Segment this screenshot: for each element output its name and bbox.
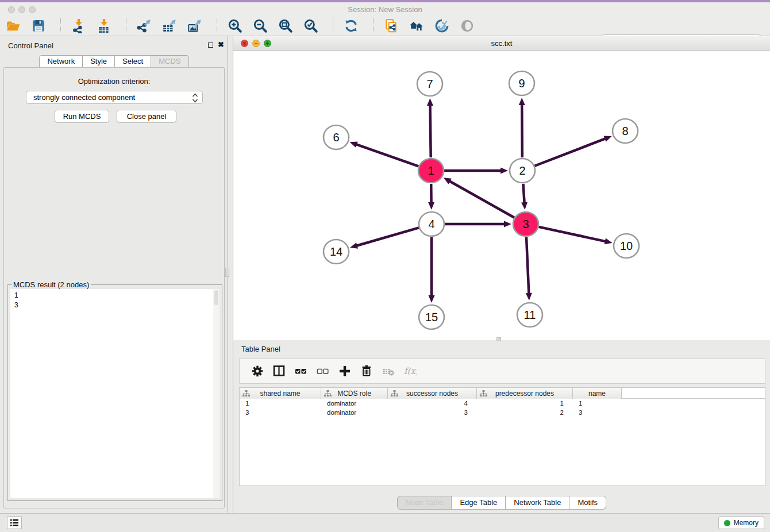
memory-button[interactable]: Memory [718, 516, 764, 529]
edge-arrowhead [429, 295, 435, 303]
mcds-result-text[interactable]: 13 [10, 289, 220, 498]
style-paint-button[interactable] [434, 18, 450, 34]
mcds-tab-content: Optimization criterion: strongly connect… [3, 67, 225, 508]
table-tabs: Node TableEdge TableNetwork TableMotifs [233, 496, 770, 510]
task-list-icon [10, 519, 19, 527]
edge-2-8[interactable] [534, 138, 606, 166]
import-network-button[interactable] [71, 18, 87, 34]
mcds-result-title: MCDS result (2 nodes) [11, 280, 91, 289]
gear-button[interactable] [249, 364, 266, 379]
export-network-button[interactable] [136, 18, 152, 34]
column-header-name[interactable]: name [573, 388, 622, 399]
scrollbar[interactable] [213, 289, 220, 498]
column-header-label: name [588, 390, 606, 398]
fx-button: f(x) [402, 364, 419, 379]
edge-3-11[interactable] [526, 237, 529, 294]
import-table-button[interactable] [96, 18, 112, 34]
eye-button[interactable] [459, 18, 475, 34]
duplicate-network-button[interactable] [383, 18, 399, 34]
select-all-icon [294, 364, 308, 378]
edge-3-1[interactable] [449, 181, 514, 218]
flow-icon [391, 390, 398, 399]
graph-node-label: 3 [522, 218, 529, 230]
deselect-all-button[interactable] [314, 364, 332, 379]
graph-node-label: 2 [519, 164, 525, 177]
table-tab-motifs[interactable]: Motifs [569, 496, 606, 510]
add-column-icon [338, 364, 352, 378]
edge-1-6[interactable] [356, 144, 418, 166]
toolbar-separator [373, 18, 374, 33]
close-panel-icon[interactable]: ✖ [218, 41, 224, 48]
table-cell: 2 [477, 408, 573, 417]
column-header-shared-name[interactable]: shared name [240, 388, 321, 399]
edge-2-9[interactable] [522, 104, 522, 157]
control-tab-select[interactable]: Select [115, 55, 151, 68]
table-tab-node-table[interactable]: Node Table [397, 496, 452, 510]
graph-node-label: 15 [425, 311, 438, 323]
trash-button[interactable] [358, 364, 375, 379]
node-table[interactable]: shared nameMCDS rolesuccessor nodesprede… [239, 387, 765, 486]
network-window-titlebar[interactable]: x – + scc.txt [233, 36, 770, 51]
splitter-handle[interactable] [496, 337, 501, 341]
task-console-button[interactable] [7, 516, 22, 529]
memory-label: Memory [734, 519, 759, 527]
float-panel-icon[interactable] [208, 43, 213, 48]
import-network-icon [71, 18, 86, 33]
control-panel-tabs: NetworkStyleSelectMCDS [0, 55, 228, 67]
control-tab-style[interactable]: Style [83, 55, 115, 68]
mcds-result-line: 3 [14, 300, 220, 310]
mcds-result-line: 1 [14, 291, 220, 300]
edge-2-3[interactable] [523, 184, 524, 203]
table-cell: dominator [321, 399, 388, 408]
add-column-button[interactable] [336, 364, 353, 379]
table-row[interactable]: 1dominator411 [240, 399, 765, 408]
status-bar: Memory [0, 513, 770, 532]
toolbar-separator [217, 18, 217, 33]
zoom-out-button[interactable] [252, 18, 268, 34]
zoom-in-button[interactable] [227, 18, 243, 34]
splitter-handle[interactable] [225, 268, 229, 277]
table-row[interactable]: 3dominator323 [240, 408, 765, 417]
toolbar-separator [126, 18, 126, 33]
table-cell: 1 [573, 399, 622, 408]
edge-3-10[interactable] [538, 227, 606, 241]
home-button[interactable] [409, 18, 425, 34]
control-tab-network[interactable]: Network [39, 55, 83, 68]
table-tab-edge-table[interactable]: Edge Table [452, 496, 506, 510]
main-toolbar [0, 16, 770, 36]
memory-status-icon [724, 520, 730, 526]
export-image-button[interactable] [187, 18, 203, 34]
edge-4-14[interactable] [356, 228, 419, 246]
optimization-dropdown[interactable]: strongly connected component [26, 91, 203, 104]
flow-icon [480, 390, 487, 399]
application-window: Session: New Session Control Panel ✖ Net… [0, 0, 770, 532]
save-session-button[interactable] [30, 18, 47, 34]
column-header-label: successor nodes [406, 390, 458, 398]
column-header-MCDS-role[interactable]: MCDS role [321, 388, 388, 399]
flow-icon [324, 390, 332, 399]
table-cell: 3 [388, 408, 477, 417]
select-all-button[interactable] [292, 364, 310, 379]
column-header-predecessor-nodes[interactable]: predecessor nodes [477, 388, 573, 399]
zoom-selected-button[interactable] [303, 18, 319, 34]
table-panel-title: Table Panel [241, 345, 280, 353]
import-table-icon [97, 18, 111, 33]
export-table-button[interactable] [161, 18, 178, 34]
column-header-successor-nodes[interactable]: successor nodes [388, 388, 477, 399]
control-tab-mcds[interactable]: MCDS [151, 55, 188, 68]
table-toolbar: f(x) [239, 358, 765, 384]
split-panel-button[interactable] [271, 364, 288, 379]
close-panel-button[interactable]: Close panel [117, 110, 176, 123]
open-session-button[interactable] [5, 18, 21, 34]
edge-1-7[interactable] [430, 105, 430, 157]
network-canvas[interactable]: 1234678910111415 [233, 51, 770, 340]
table-tab-network-table[interactable]: Network Table [506, 496, 569, 510]
zoom-fit-button[interactable] [278, 18, 294, 34]
delete-table-button [380, 364, 397, 379]
run-mcds-button[interactable]: Run MCDS [55, 110, 109, 123]
refresh-button[interactable] [343, 18, 359, 34]
graph-node-label: 14 [330, 245, 342, 258]
svg-text:f(x): f(x) [404, 366, 417, 376]
export-network-icon [137, 18, 152, 33]
delete-table-icon [382, 364, 395, 378]
